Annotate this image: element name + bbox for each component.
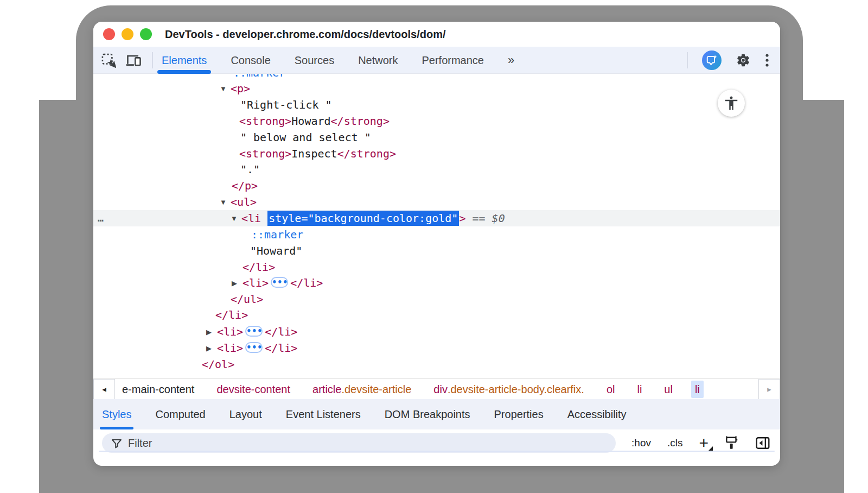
tag-token: >: [459, 212, 465, 225]
device-toolbar-icon[interactable]: [126, 53, 142, 68]
dom-tree-row[interactable]: <strong>Inspect</strong>: [93, 146, 780, 162]
breadcrumb-item[interactable]: li: [691, 381, 704, 398]
dom-tree-row[interactable]: </li>: [93, 307, 780, 323]
breadcrumb-item[interactable]: devsite-content: [213, 381, 294, 398]
tag-token: </p>: [232, 179, 258, 192]
breadcrumb-part: e-main-content: [122, 383, 194, 396]
settings-gear-icon[interactable]: [736, 53, 751, 68]
breadcrumb-scroll-right-icon[interactable]: ▸: [758, 379, 780, 400]
filter-input[interactable]: [102, 433, 616, 453]
breadcrumb-item[interactable]: e-main-content: [118, 381, 198, 398]
new-style-rule-button[interactable]: +: [699, 438, 709, 448]
breadcrumb-item[interactable]: li: [633, 381, 646, 398]
text-token: " below and select ": [240, 131, 371, 144]
paint-roller-icon[interactable]: [725, 435, 739, 451]
breadcrumb: e-main-contentdevsite-contentarticle.dev…: [118, 379, 755, 400]
dom-tree-row[interactable]: ▶<li>•••</li>: [93, 324, 780, 340]
window-bottom-divider: [99, 451, 775, 452]
breadcrumb-bar: ◂ e-main-contentdevsite-contentarticle.d…: [93, 378, 780, 399]
dom-tree-row[interactable]: "Right-click ": [93, 97, 780, 113]
tab-dom-breakpoints[interactable]: DOM Breakpoints: [385, 399, 470, 429]
collapse-arrow-icon[interactable]: ▼: [231, 211, 241, 227]
tab-styles[interactable]: Styles: [102, 399, 131, 429]
tag-token: </strong>: [331, 115, 390, 128]
breadcrumb-item[interactable]: ul: [660, 381, 676, 398]
minimize-window-button[interactable]: [122, 28, 133, 40]
tab-sources[interactable]: Sources: [295, 47, 334, 74]
breadcrumb-item[interactable]: ol: [603, 381, 619, 398]
dom-tree-row[interactable]: <strong>Howard</strong>: [93, 113, 780, 129]
text-token: Inspect: [291, 147, 337, 160]
styles-filter-bar: :hov .cls +: [93, 429, 780, 456]
inline-expand-icon[interactable]: •••: [271, 277, 288, 288]
close-window-button[interactable]: [103, 28, 115, 40]
tag-token: <li>: [217, 325, 243, 338]
tag-token: <strong>: [239, 115, 291, 128]
tab-properties[interactable]: Properties: [494, 399, 544, 429]
tag-token: </strong>: [337, 147, 396, 160]
tag-token: </li>: [265, 342, 297, 355]
text-token: "Right-click ": [240, 98, 332, 111]
breadcrumb-part: .devsite-article: [341, 383, 411, 396]
tab-console[interactable]: Console: [231, 47, 270, 74]
tag-token: <strong>: [239, 147, 291, 160]
inline-expand-icon[interactable]: •••: [245, 342, 263, 353]
screenshot-stage: DevTools - developer.chrome.com/docs/dev…: [0, 0, 868, 493]
collapse-arrow-icon[interactable]: ▼: [220, 194, 231, 211]
toggle-sidebar-icon[interactable]: [755, 436, 770, 450]
expand-arrow-icon[interactable]: ▶: [206, 340, 217, 357]
row-more-actions-icon[interactable]: …: [98, 210, 104, 226]
tab-layout[interactable]: Layout: [229, 399, 262, 429]
styles-bar-controls: :hov .cls +: [631, 429, 770, 456]
zoom-window-button[interactable]: [140, 28, 152, 40]
tab-performance[interactable]: Performance: [422, 47, 484, 74]
accessibility-fab[interactable]: [718, 90, 745, 117]
dom-tree-row[interactable]: " below and select ": [93, 129, 780, 146]
breadcrumb-part: div: [433, 383, 448, 396]
tag-token: <li: [241, 212, 267, 225]
sidebar-tab-strip: StylesComputedLayoutEvent ListenersDOM B…: [93, 399, 780, 429]
more-tabs-icon[interactable]: »: [508, 53, 514, 67]
expand-arrow-icon[interactable]: ▶: [206, 324, 217, 340]
window-title: DevTools - developer.chrome.com/docs/dev…: [165, 28, 446, 41]
collapse-arrow-icon[interactable]: ▼: [220, 81, 231, 97]
dom-tree-row[interactable]: ".": [93, 161, 780, 178]
title-bar: DevTools - developer.chrome.com/docs/dev…: [93, 22, 780, 47]
tab-network[interactable]: Network: [358, 47, 398, 74]
devtools-window: DevTools - developer.chrome.com/docs/dev…: [93, 22, 780, 466]
toggle-element-state-button[interactable]: :hov: [631, 437, 651, 449]
expand-arrow-icon[interactable]: ▶: [232, 275, 242, 292]
filter-funnel-icon: [111, 438, 123, 450]
breadcrumb-item[interactable]: article.devsite-article: [309, 381, 415, 398]
tab-computed[interactable]: Computed: [155, 399, 205, 429]
dom-tree-row[interactable]: ::marker: [93, 226, 780, 243]
dom-tree-row[interactable]: </ol>: [93, 356, 780, 372]
tab-event-listeners[interactable]: Event Listeners: [286, 399, 361, 429]
inline-expand-icon[interactable]: •••: [245, 326, 263, 337]
tag-token: </li>: [290, 276, 323, 289]
sel-token: style="background-color:gold": [267, 211, 459, 226]
tag-token: <p>: [231, 82, 250, 95]
element-classes-button[interactable]: .cls: [667, 437, 683, 449]
tag-token: </ol>: [202, 358, 234, 371]
dom-tree-row[interactable]: "Howard": [93, 243, 780, 259]
dom-tree-row[interactable]: ▼<ul>: [93, 194, 780, 210]
tab-elements[interactable]: Elements: [162, 47, 207, 74]
dom-tree-row[interactable]: </li>: [93, 259, 780, 275]
breadcrumb-part: devsite-content: [216, 383, 290, 396]
dom-tree-row[interactable]: ▼<p>: [93, 80, 780, 97]
dom-tree-row[interactable]: </ul>: [93, 291, 780, 307]
breadcrumb-scroll-left-icon[interactable]: ◂: [93, 379, 115, 400]
dom-tree-row[interactable]: </p>: [93, 178, 780, 194]
more-menu-icon[interactable]: [765, 53, 769, 68]
inspect-icon[interactable]: [101, 53, 116, 68]
ai-assistance-icon[interactable]: [702, 50, 722, 70]
dom-tree-row[interactable]: …▼<li style="background-color:gold"> == …: [93, 210, 780, 226]
dom-tree-row[interactable]: ▶<li>•••</li>: [93, 275, 780, 291]
breadcrumb-item[interactable]: div.devsite-article-body.clearfix.: [430, 381, 588, 398]
dom-tree-row[interactable]: ▶<li>•••</li>: [93, 340, 780, 356]
toolbar-right-icons: [687, 47, 769, 74]
text-token: ".": [240, 163, 260, 176]
tab-accessibility[interactable]: Accessibility: [567, 399, 627, 429]
dom-tree: ::marker▼<p>"Right-click "<strong>Howard…: [93, 74, 780, 378]
